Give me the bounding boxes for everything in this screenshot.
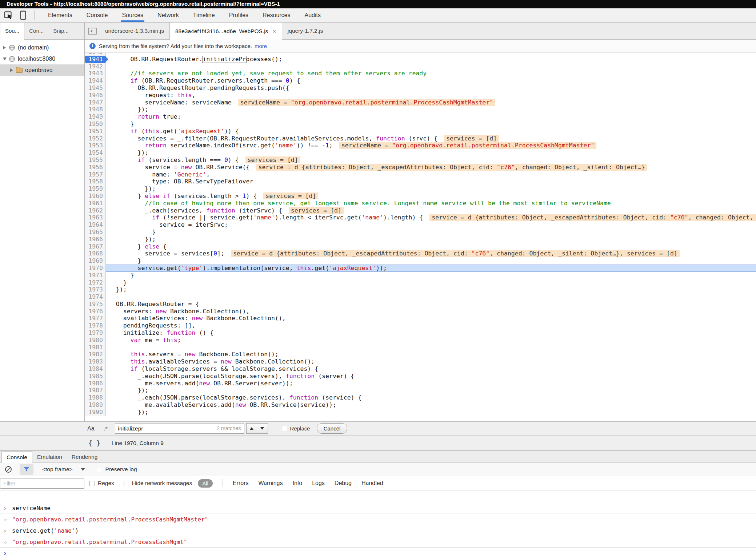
gutter-line-number[interactable]: 1948 <box>85 106 106 113</box>
code-line-content[interactable]: } <box>106 229 756 236</box>
gutter-line-number[interactable]: 1983 <box>85 358 106 365</box>
code-line[interactable]: 1948 }); <box>85 106 756 113</box>
gutter-line-number[interactable]: 1972 <box>85 279 106 286</box>
code-line-content[interactable]: _.each(services, function (iterSrvc) {se… <box>106 207 756 214</box>
code-line[interactable]: 1941 OB.RR.RequestRouter.initializeProce… <box>85 56 756 63</box>
previous-match-button[interactable] <box>246 423 257 434</box>
code-line-content[interactable]: }); <box>106 106 756 113</box>
gutter-line-number[interactable]: 1944 <box>85 77 106 84</box>
code-line[interactable]: 1947 serviceName: serviceNameserviceName… <box>85 99 756 106</box>
code-line-content[interactable]: servers: new Backbone.Collection(), <box>106 308 756 315</box>
gutter-line-number[interactable]: 1955 <box>85 156 106 164</box>
code-line-content[interactable]: }); <box>106 409 756 416</box>
code-line-content[interactable]: _.each(JSON.parse(localStorage.services)… <box>106 394 756 401</box>
toolbar-tab-sources[interactable]: Sources <box>121 8 144 22</box>
code-line[interactable]: 1987 }); <box>85 387 756 394</box>
gutter-line-number[interactable]: 1962 <box>85 207 106 214</box>
gutter-line-number[interactable]: 1974 <box>85 293 106 301</box>
code-line-content[interactable]: }); <box>106 236 756 243</box>
code-line-content[interactable]: } <box>106 272 756 279</box>
filter-toggle[interactable] <box>20 464 33 475</box>
sidebar-tab-sou[interactable]: Sou... <box>0 23 24 40</box>
navigator-toggle-icon[interactable] <box>85 23 100 39</box>
gutter-line-number[interactable]: 1975 <box>85 301 106 308</box>
gutter-line-number[interactable]: 1968 <box>85 250 106 257</box>
sidebar-tab-con[interactable]: Con... <box>24 23 48 39</box>
code-line[interactable]: 1949 return true; <box>85 113 756 120</box>
gutter-line-number[interactable]: 1951 <box>85 128 106 135</box>
code-line[interactable]: 1973 }); <box>85 286 756 293</box>
gutter-line-number[interactable]: 1977 <box>85 315 106 322</box>
code-line-content[interactable]: return true; <box>106 113 756 120</box>
cancel-button[interactable]: Cancel <box>317 423 348 434</box>
gutter-line-number[interactable]: 1952 <box>85 135 106 142</box>
code-line-content[interactable]: } <box>106 120 756 128</box>
code-line-content[interactable]: this.availableServices = new Backbone.Co… <box>106 358 756 365</box>
code-line[interactable]: 1971 } <box>85 272 756 279</box>
code-line[interactable]: 1956 service = new OB.RR.Service({servic… <box>85 164 756 171</box>
regex-toggle-button[interactable]: .* <box>104 425 108 432</box>
code-line[interactable]: 1968 service = services[0];service = d {… <box>85 250 756 257</box>
gutter-line-number[interactable]: 1979 <box>85 329 106 337</box>
code-line[interactable]: 1958 type: OB.RR.ServTypeFailover <box>85 178 756 185</box>
console-tab-rendering[interactable]: Rendering <box>67 451 103 462</box>
code-line-content[interactable]: service.get('type').implementation(servi… <box>106 265 756 272</box>
code-line-content[interactable]: request: this, <box>106 92 756 99</box>
code-line-content[interactable]: if (!service || service.get('name').leng… <box>106 214 756 221</box>
code-line[interactable]: 1954 }); <box>85 149 756 156</box>
code-line-content[interactable]: name: 'Generic', <box>106 171 756 178</box>
gutter-line-number[interactable]: 1954 <box>85 149 106 156</box>
gutter-line-number[interactable]: 1950 <box>85 120 106 128</box>
code-line[interactable]: 1990 }); <box>85 409 756 416</box>
filter-level-all[interactable]: All <box>198 479 213 488</box>
code-line-content[interactable]: if (OB.RR.RequestRouter.servers.length =… <box>106 77 756 84</box>
code-line[interactable]: 1962 _.each(services, function (iterSrvc… <box>85 207 756 214</box>
code-line[interactable]: 1961 //In case of having more than one s… <box>85 200 756 207</box>
code-line[interactable]: 1982 this.servers = new Backbone.Collect… <box>85 351 756 358</box>
code-line[interactable]: 1955 if (services.length === 0) {service… <box>85 156 756 164</box>
console-result[interactable]: ‹·"org.openbravo.retail.posterminal.Proc… <box>0 536 756 548</box>
gutter-line-number[interactable]: 1953 <box>85 142 106 149</box>
toolbar-tab-timeline[interactable]: Timeline <box>192 8 216 22</box>
gutter-line-number[interactable]: 1981 <box>85 344 106 351</box>
code-line-content[interactable]: this.servers = new Backbone.Collection()… <box>106 351 756 358</box>
code-line[interactable]: 1942 <box>85 63 756 70</box>
gutter-line-number[interactable]: 1978 <box>85 322 106 329</box>
gutter-line-number[interactable]: 1942 <box>85 63 106 70</box>
tree-item-openbravo[interactable]: openbravo <box>0 64 84 76</box>
chevron-right-icon[interactable] <box>3 46 9 49</box>
code-line[interactable]: 1952 services = _.filter(OB.RR.RequestRo… <box>85 135 756 142</box>
code-line-content[interactable]: if (services.length === 0) {services = [… <box>106 156 756 164</box>
code-line-content[interactable]: OB.RR.RequestRouter = { <box>106 301 756 308</box>
hide-network-checkbox[interactable] <box>124 481 129 486</box>
code-line[interactable]: 1972 } <box>85 279 756 286</box>
code-line-content[interactable] <box>106 53 756 56</box>
code-line-content[interactable]: type: OB.RR.ServTypeFailover <box>106 178 756 185</box>
code-line-content[interactable]: OB.RR.RequestRouter.pendingRequests.push… <box>106 84 756 92</box>
gutter-line-number[interactable]: 1980 <box>85 337 106 344</box>
code-line[interactable]: 1969 } <box>85 257 756 265</box>
code-line[interactable]: 1967 } else { <box>85 243 756 250</box>
code-line[interactable]: 1985 _.each(JSON.parse(localStorage.serv… <box>85 373 756 380</box>
frame-selector[interactable]: <top frame> <box>42 466 85 473</box>
code-line[interactable]: 1975 OB.RR.RequestRouter = { <box>85 301 756 308</box>
code-line[interactable]: 1960 } else if (services.length > 1) {se… <box>85 192 756 200</box>
gutter-line-number[interactable]: 1971 <box>85 272 106 279</box>
toolbar-tab-elements[interactable]: Elements <box>47 8 73 22</box>
console-tab-console[interactable]: Console <box>1 451 32 463</box>
code-line-content[interactable]: } else if (services.length > 1) {service… <box>106 192 756 200</box>
console-input[interactable]: ›serviceName <box>0 503 756 514</box>
code-line[interactable]: 1946 request: this, <box>85 92 756 99</box>
code-line[interactable]: 1974 <box>85 293 756 301</box>
filter-level-errors[interactable]: Errors <box>233 480 249 486</box>
toolbar-tab-console[interactable]: Console <box>85 8 109 22</box>
filter-level-handled[interactable]: Handled <box>361 480 383 486</box>
code-line[interactable]: 1943 //if servers are not loaded yet, sa… <box>85 70 756 77</box>
gutter-line-number[interactable]: 1988 <box>85 394 106 401</box>
code-line[interactable]: 1979 initialize: function () { <box>85 329 756 337</box>
gutter-line-number[interactable]: 1967 <box>85 243 106 250</box>
code-line[interactable]: 1957 name: 'Generic', <box>85 171 756 178</box>
code-line-content[interactable]: service = services[0];service = d {attri… <box>106 250 756 257</box>
code-line[interactable]: 1953 return serviceName.indexOf(srvc.get… <box>85 142 756 149</box>
match-case-button[interactable]: Aa <box>87 425 95 432</box>
